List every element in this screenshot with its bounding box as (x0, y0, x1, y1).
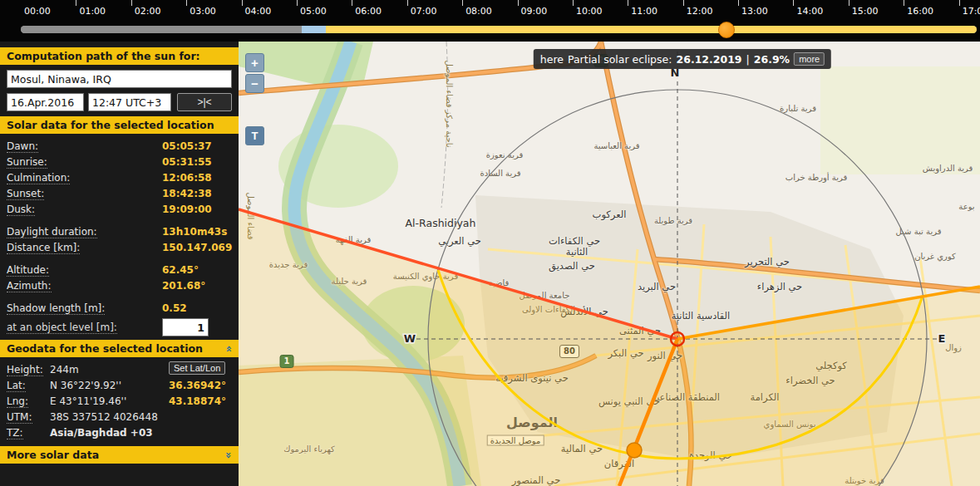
track-night-segment (21, 26, 302, 33)
hour-mark: 10:00 (573, 0, 628, 22)
hour-label: 15:00 (852, 6, 879, 17)
hour-label: 03:00 (190, 6, 216, 17)
collapse-double-chevron-up-icon[interactable]: » (224, 345, 233, 351)
set-latlon-button[interactable]: Set Lat/Lon (169, 361, 225, 375)
eclipse-more-button[interactable]: more (794, 52, 825, 66)
section-title: Geodata for the selected location (7, 342, 203, 355)
hour-mark: 03:00 (186, 0, 241, 22)
solar-row-label[interactable]: Sunrise: (7, 156, 47, 169)
solar-row-value: 19:09:00 (162, 202, 212, 217)
date-input[interactable] (7, 93, 84, 111)
solar-row-value: 201.68° (162, 278, 205, 293)
hour-mark: 16:00 (904, 0, 958, 22)
hour-label: 04:00 (245, 6, 272, 17)
solar-row-label[interactable]: Daylight duration: (7, 226, 97, 238)
solar-row-label[interactable]: Azimuth: (7, 280, 52, 292)
solar-row-value: 12:06:58 (162, 170, 212, 185)
hour-mark: 08:00 (462, 0, 517, 22)
section-header-geodata[interactable]: Geodata for the selected location » (0, 340, 239, 357)
hour-label: 13:00 (741, 6, 768, 17)
hour-label: 11:00 (631, 6, 657, 17)
solar-row-value: 0.52 (162, 301, 187, 316)
time-slider-handle[interactable] (718, 22, 735, 38)
object-level-input[interactable] (162, 318, 209, 336)
section-header-solar-data: Solar data for the selected location (0, 116, 239, 134)
utm-value: 38S 337512 4026448 (50, 410, 158, 425)
expand-double-chevron-down-icon[interactable]: » (224, 451, 233, 458)
hour-label: 01:00 (79, 6, 106, 17)
time-slider-bar[interactable]: 00:0001:0002:0003:0004:0005:0006:0007:00… (0, 0, 980, 42)
hour-label: 09:00 (521, 6, 548, 17)
hour-tick (628, 0, 628, 6)
hour-tick (738, 0, 739, 6)
object-level-label[interactable]: at an object level [m]: (7, 322, 117, 334)
terrain-layer-button[interactable]: T (245, 126, 264, 145)
utm-label[interactable]: UTM: (7, 411, 32, 424)
solar-row-label[interactable]: Shadow length [m]: (7, 302, 105, 315)
section-header-more-solar[interactable]: More solar data » (0, 446, 239, 464)
geodata-tz-row: TZ: Asia/Baghdad +03 (7, 425, 232, 441)
hour-tick (849, 0, 849, 6)
solar-row-value: 62.45° (162, 263, 199, 277)
object-level-row: at an object level [m]: (7, 318, 232, 338)
zoom-in-button[interactable]: + (245, 53, 264, 72)
hour-tick (793, 0, 794, 6)
hour-tick (352, 0, 352, 6)
geodata-lng-row: Lng: E 43°11'19.46'' 43.18874° (7, 394, 232, 410)
height-value: 244m (50, 362, 79, 377)
hour-mark: 06:00 (352, 0, 406, 22)
sun-position-marker[interactable] (627, 443, 642, 458)
hour-mark: 01:00 (76, 0, 131, 22)
hour-label: 16:00 (907, 6, 933, 17)
tz-label[interactable]: TZ: (7, 427, 23, 439)
location-input[interactable] (7, 70, 232, 88)
solar-row-value: 150.147.069 (162, 240, 232, 255)
time-track[interactable] (21, 26, 977, 33)
hour-label: 10:00 (576, 6, 603, 17)
solar-row-label[interactable]: Sunset: (7, 188, 44, 200)
section-header-computation: Computation path of the sun for: (0, 47, 239, 65)
hour-mark: 07:00 (407, 0, 462, 22)
hour-tick (573, 0, 574, 6)
lng-decimal-value: 43.18874° (169, 394, 226, 409)
hour-tick (186, 0, 187, 6)
solar-data-row: Shadow length [m]:0.52 (7, 301, 232, 317)
hour-label: 12:00 (687, 6, 713, 17)
solar-row-label[interactable]: Dusk: (7, 204, 35, 216)
hour-label: 14:00 (796, 6, 823, 17)
solar-overlay-svg: N W E (239, 42, 980, 486)
lat-label[interactable]: Lat: (7, 380, 26, 392)
hour-tick (407, 0, 408, 6)
geodata-rows: Height: 244m Set Lat/Lon Lat: N 36°22'9.… (0, 357, 239, 443)
solar-row-label[interactable]: Culmination: (7, 172, 70, 184)
hour-mark: 02:00 (131, 0, 186, 22)
sync-now-button[interactable]: >|< (177, 93, 232, 111)
solar-data-row: Sunrise:05:31:55 (7, 155, 232, 170)
hour-mark: 14:00 (793, 0, 848, 22)
banner-separator: | (746, 53, 750, 66)
height-label[interactable]: Height: (7, 364, 43, 376)
suncalc-app: 00:0001:0002:0003:0004:0005:0006:0007:00… (0, 0, 980, 486)
track-day-segment (326, 26, 977, 33)
time-input[interactable] (88, 93, 171, 111)
hour-label: 00:00 (24, 6, 51, 17)
hour-mark: 15:00 (849, 0, 904, 22)
solar-row-label[interactable]: Distance [km]: (7, 242, 80, 254)
timeline-hours: 00:0001:0002:0003:0004:0005:0006:0007:00… (21, 0, 980, 22)
lat-decimal-value: 36.36942° (169, 378, 226, 393)
solar-row-label[interactable]: Dawn: (7, 140, 38, 153)
hour-label: 02:00 (135, 6, 161, 17)
hour-tick (518, 0, 519, 6)
eclipse-banner: here Partial solar eclipse: 26.12.2019 |… (534, 49, 831, 69)
solar-data-row: Daylight duration:13h10m43s (7, 224, 232, 240)
section-title: Computation path of the sun for: (7, 50, 200, 62)
solar-row-value: 05:05:37 (162, 139, 212, 154)
map-canvas[interactable]: Al-Rashidiyahقرية تلبارةقرية العباسيةقري… (239, 42, 980, 486)
lng-label[interactable]: Lng: (7, 395, 28, 408)
zoom-out-button[interactable]: − (245, 74, 264, 93)
solar-row-label[interactable]: Altitude: (7, 264, 49, 277)
sidebar: Computation path of the sun for: >|< Sol… (0, 42, 239, 486)
solar-data-row: Sunset:18:42:38 (7, 186, 232, 202)
lng-dms-value: E 43°11'19.46'' (50, 394, 126, 409)
hour-mark: 04:00 (242, 0, 297, 22)
